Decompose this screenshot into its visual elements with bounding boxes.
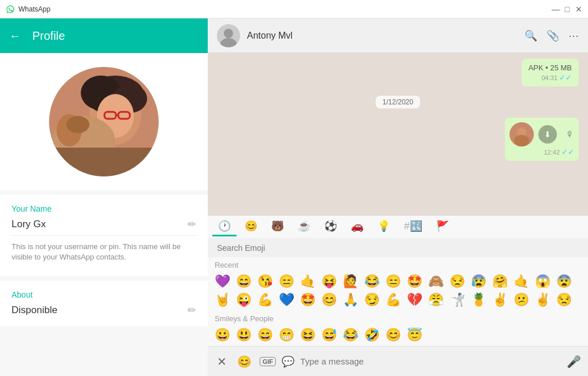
- smileys-emoji-grid: 😀 😃 😄 😁 😆 😅 😂 🤣 😊 😇: [208, 324, 588, 346]
- emoji-item[interactable]: 🤩: [298, 291, 318, 309]
- emoji-item[interactable]: 💜: [212, 273, 233, 290]
- emoji-item[interactable]: 🤘: [212, 291, 233, 309]
- emoji-item[interactable]: 😘: [255, 273, 275, 290]
- app-logo: WhatsApp: [6, 5, 50, 14]
- more-options-button[interactable]: ⋯: [568, 29, 579, 42]
- emoji-item[interactable]: 🤗: [490, 273, 510, 290]
- emoji-item[interactable]: 😰: [469, 273, 489, 290]
- window-controls: — □ ✕: [552, 6, 582, 13]
- minimize-button[interactable]: —: [552, 6, 559, 13]
- emoji-tab-smileys[interactable]: 😊: [239, 217, 263, 236]
- emoji-item[interactable]: 😏: [362, 291, 382, 309]
- input-bar: ✕ 😊 GIF 💬 🎤: [208, 346, 588, 376]
- emoji-item[interactable]: 🍍: [469, 291, 489, 309]
- maximize-button[interactable]: □: [564, 6, 571, 13]
- voice-message-time: 12:42 ✓✓: [510, 148, 574, 156]
- emoji-button[interactable]: 😊: [235, 352, 254, 371]
- emoji-item[interactable]: 💙: [276, 291, 297, 309]
- emoji-item[interactable]: 😤: [426, 291, 446, 309]
- emoji-item[interactable]: 😒: [554, 291, 574, 309]
- emoji-item[interactable]: 😑: [383, 273, 403, 290]
- chat-header-actions: 🔍 📎 ⋯: [525, 29, 579, 42]
- emoji-item[interactable]: 🤣: [362, 326, 382, 344]
- close-emoji-button[interactable]: ✕: [215, 352, 229, 371]
- emoji-item[interactable]: 🙏: [340, 291, 361, 309]
- voice-double-check-icon: ✓✓: [561, 148, 574, 156]
- emoji-item[interactable]: ✌️: [533, 291, 553, 309]
- emoji-item[interactable]: 😂: [340, 326, 361, 344]
- about-row: Disponible ✏: [12, 304, 196, 321]
- download-button[interactable]: ⬇: [538, 125, 557, 144]
- emoji-item[interactable]: 😒: [447, 273, 467, 290]
- emoji-tabs: 🕐 😊 🐻 ☕ ⚽ 🚗 💡 #🔣 🚩: [208, 216, 588, 239]
- gif-button[interactable]: GIF: [260, 357, 276, 366]
- about-label: About: [12, 290, 196, 299]
- emoji-tab-animals[interactable]: 🐻: [265, 217, 290, 236]
- voice-message-bubble: ⬇ 🎙 12:42 ✓✓: [505, 118, 579, 161]
- recent-label: Recent: [208, 257, 588, 270]
- emoji-tab-recent[interactable]: 🕐: [212, 217, 237, 236]
- edit-name-button[interactable]: ✏: [188, 218, 196, 231]
- name-row: Lory Gx ✏: [12, 218, 196, 236]
- emoji-tab-symbols[interactable]: #🔣: [398, 217, 428, 236]
- emoji-item[interactable]: 😊: [383, 326, 403, 344]
- about-value: Disponible: [12, 304, 57, 316]
- emoji-item[interactable]: 🤙: [511, 273, 531, 290]
- emoji-item[interactable]: 🙋: [340, 273, 361, 290]
- avatar[interactable]: [49, 67, 159, 176]
- voice-avatar: [510, 122, 534, 146]
- emoji-item[interactable]: 😇: [405, 326, 425, 344]
- file-info: APK • 25 MB: [529, 63, 572, 72]
- back-button[interactable]: ←: [9, 29, 21, 43]
- emoji-item[interactable]: 😅: [319, 326, 339, 344]
- emoji-item[interactable]: 😁: [276, 326, 297, 344]
- emoji-item[interactable]: 😑: [276, 273, 297, 290]
- svg-point-19: [514, 135, 529, 146]
- sticker-button[interactable]: 💬: [282, 355, 294, 368]
- close-button[interactable]: ✕: [575, 6, 582, 13]
- emoji-item[interactable]: 😊: [319, 291, 339, 309]
- emoji-item[interactable]: 😨: [554, 273, 574, 290]
- emoji-item[interactable]: 🙈: [426, 273, 446, 290]
- emoji-item[interactable]: 😱: [533, 273, 553, 290]
- name-section: Your Name Lory Gx ✏ This is not your use…: [0, 195, 208, 276]
- search-chat-button[interactable]: 🔍: [525, 29, 537, 42]
- svg-point-12: [66, 116, 89, 133]
- contact-avatar-icon: [217, 24, 240, 47]
- emoji-item[interactable]: 💔: [405, 291, 425, 309]
- attach-button[interactable]: 📎: [546, 29, 559, 42]
- edit-about-button[interactable]: ✏: [188, 304, 196, 317]
- contact-name: Antony Mvl: [247, 31, 293, 41]
- emoji-item[interactable]: 😀: [212, 326, 233, 344]
- emoji-item[interactable]: ✌️: [490, 291, 510, 309]
- messages-area[interactable]: APK • 25 MB 04:31 ✓✓ 1/12/2020: [208, 53, 588, 215]
- titlebar: WhatsApp — □ ✕: [0, 0, 588, 18]
- whatsapp-logo-icon: [6, 5, 15, 14]
- emoji-item[interactable]: 😜: [234, 291, 254, 309]
- emoji-item[interactable]: 💪: [383, 291, 403, 309]
- emoji-tab-food[interactable]: ☕: [292, 217, 316, 236]
- contact-avatar: [217, 24, 240, 47]
- emoji-item[interactable]: 💪: [255, 291, 275, 309]
- emoji-item[interactable]: 🤺: [447, 291, 467, 309]
- emoji-item[interactable]: 😆: [298, 326, 318, 344]
- emoji-item[interactable]: 😃: [234, 326, 254, 344]
- emoji-item[interactable]: 😂: [362, 273, 382, 290]
- emoji-panel: 🕐 😊 🐻 ☕ ⚽ 🚗 💡 #🔣 🚩 Recent 💜 😄 😘 😑 🤙: [208, 215, 588, 346]
- emoji-item[interactable]: 😄: [255, 326, 275, 344]
- emoji-item[interactable]: 😕: [511, 291, 531, 309]
- emoji-item[interactable]: 🤙: [298, 273, 318, 290]
- emoji-tab-travel[interactable]: 🚗: [345, 217, 369, 236]
- emoji-item[interactable]: 🤩: [405, 273, 425, 290]
- emoji-tab-flags[interactable]: 🚩: [430, 217, 455, 236]
- emoji-item[interactable]: 😄: [234, 273, 254, 290]
- message-input[interactable]: [300, 356, 561, 366]
- emoji-tab-objects[interactable]: 💡: [372, 217, 396, 236]
- emoji-tab-activities[interactable]: ⚽: [319, 217, 343, 236]
- microphone-icon: 🎙: [566, 130, 574, 139]
- mic-button[interactable]: 🎤: [567, 355, 581, 369]
- emoji-item[interactable]: 😝: [319, 273, 339, 290]
- emoji-search-input[interactable]: [208, 239, 588, 257]
- file-message-time: 04:31 ✓✓: [529, 73, 572, 82]
- main-content: ← Profile: [0, 18, 588, 376]
